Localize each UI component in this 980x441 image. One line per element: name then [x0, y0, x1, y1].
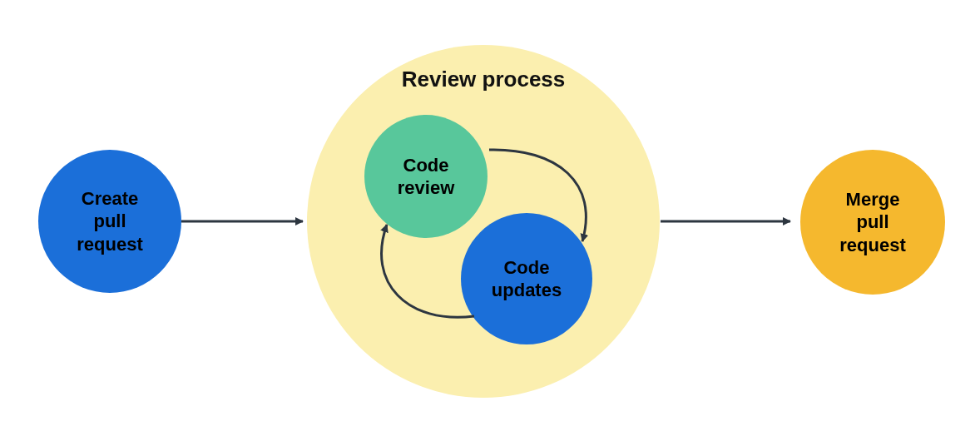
- review-process-container: [307, 45, 660, 398]
- node-updates-label: Code updates: [492, 256, 562, 302]
- node-code-review: Code review: [364, 115, 488, 238]
- node-review-label: Code review: [398, 154, 455, 200]
- arrow-review-to-merge: [661, 213, 802, 230]
- node-merge-label: Merge pull request: [839, 188, 905, 257]
- review-process-title: Review process: [307, 67, 660, 92]
- node-create-label: Create pull request: [77, 187, 142, 256]
- arrow-create-to-review: [181, 213, 314, 230]
- node-create-pull-request: Create pull request: [38, 150, 181, 293]
- node-code-updates: Code updates: [461, 213, 592, 344]
- node-merge-pull-request: Merge pull request: [800, 150, 945, 295]
